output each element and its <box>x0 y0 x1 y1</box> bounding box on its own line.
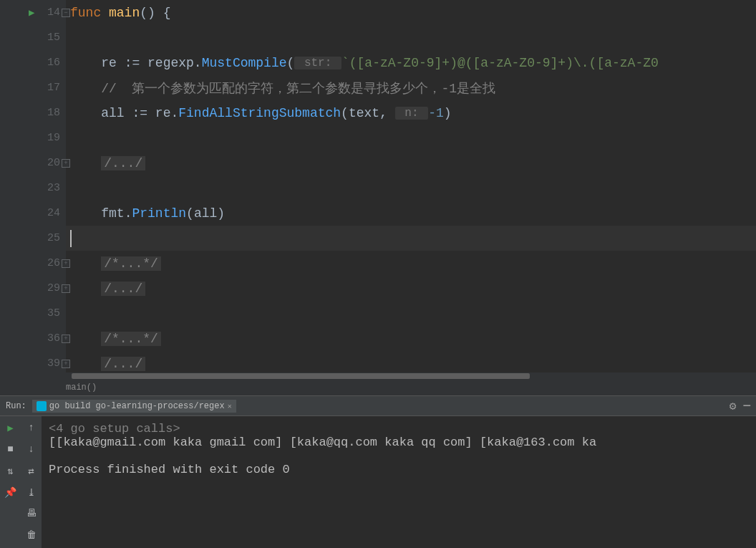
down-button[interactable]: ↓ <box>24 442 39 456</box>
run-output[interactable]: <4 go setup calls> [[kaka@gmail.com kaka… <box>42 416 756 548</box>
code-line <box>66 125 756 150</box>
trash-button[interactable]: 🗑 <box>24 528 39 542</box>
up-button[interactable]: ↑ <box>24 420 39 435</box>
run-tab[interactable]: go build go-learning-process/regex ✕ <box>32 400 236 413</box>
code-line: // 第一个参数为匹配的字符，第二个参数是寻找多少个，-1是全找 <box>66 75 756 100</box>
line-number: 35 <box>44 307 60 319</box>
code-line <box>66 176 756 201</box>
line-number: 24 <box>44 207 60 219</box>
go-icon <box>37 401 47 411</box>
folded-region[interactable]: /.../ <box>101 156 145 170</box>
run-panel: Run: go build go-learning-process/regex … <box>0 395 756 548</box>
wrap-button[interactable]: ⇄ <box>24 463 39 478</box>
layout-button[interactable]: ⇅ <box>4 463 18 478</box>
output-line: [[kaka@gmail.com kaka gmail com] [kaka@q… <box>49 436 596 449</box>
horizontal-scrollbar[interactable] <box>66 372 756 380</box>
folded-region[interactable]: /.../ <box>101 357 145 371</box>
folded-region[interactable]: /*...*/ <box>101 256 161 271</box>
gutter: ▶ 14 15 16 17 18 19 20 23 24 25 26 29 35… <box>0 0 66 380</box>
code-line: /*...*/ <box>66 326 756 351</box>
folded-region[interactable]: /.../ <box>101 282 145 296</box>
scroll-button[interactable]: ⤓ <box>24 485 39 499</box>
close-icon[interactable]: ✕ <box>228 402 232 410</box>
code-line: fmt.Println(all) <box>66 201 756 226</box>
code-line: /*...*/ <box>66 251 756 276</box>
line-number: 23 <box>44 182 60 194</box>
stop-button[interactable]: ■ <box>4 442 18 456</box>
code-line: re := regexp.MustCompile( str: `([a-zA-Z… <box>66 50 756 75</box>
code-line-current <box>66 226 756 251</box>
code-line: /.../ <box>66 150 756 176</box>
code-line: all := re.FindAllStringSubmatch(text, n:… <box>66 100 756 125</box>
line-number: 17 <box>44 82 60 94</box>
run-header: Run: go build go-learning-process/regex … <box>0 396 756 416</box>
code-line: func main() { <box>66 0 756 25</box>
setup-calls: <4 go setup calls> <box>49 422 180 436</box>
line-number: 20 <box>44 157 60 169</box>
breadcrumb[interactable]: main() <box>0 380 756 395</box>
line-number: 16 <box>44 57 60 69</box>
run-toolbar: ▶ ■ ⇅ 📌 ↑ ↓ ⇄ ⤓ 🖶 🗑 <box>0 416 42 548</box>
gutter-row[interactable]: ▶ 14 <box>0 0 66 25</box>
line-number: 26 <box>44 257 60 269</box>
line-number: 18 <box>44 107 60 119</box>
line-number: 39 <box>44 357 60 370</box>
line-number: 29 <box>44 282 60 294</box>
pin-button[interactable]: 📌 <box>4 485 18 499</box>
gear-icon[interactable]: ⚙ <box>730 399 737 413</box>
code-line: /.../ <box>66 276 756 301</box>
line-number: 14 <box>44 6 60 19</box>
line-number: 36 <box>44 332 60 345</box>
caret <box>70 230 72 247</box>
minimize-icon[interactable]: — <box>743 399 750 413</box>
editor-area: ▶ 14 15 16 17 18 19 20 23 24 25 26 29 35… <box>0 0 756 380</box>
run-label: Run: <box>6 401 26 411</box>
line-number: 19 <box>44 132 60 144</box>
rerun-button[interactable]: ▶ <box>4 420 18 435</box>
scrollbar-thumb[interactable] <box>72 373 530 379</box>
code-line <box>66 301 756 326</box>
line-number: 15 <box>44 32 60 44</box>
code-line <box>66 25 756 50</box>
run-gutter-icon[interactable]: ▶ <box>29 6 34 19</box>
folded-region[interactable]: /*...*/ <box>101 332 161 346</box>
print-button[interactable]: 🖶 <box>24 506 39 521</box>
exit-message: Process finished with exit code 0 <box>49 463 290 476</box>
line-number: 25 <box>44 232 60 244</box>
code-area[interactable]: func main() { re := regexp.MustCompile( … <box>66 0 756 380</box>
